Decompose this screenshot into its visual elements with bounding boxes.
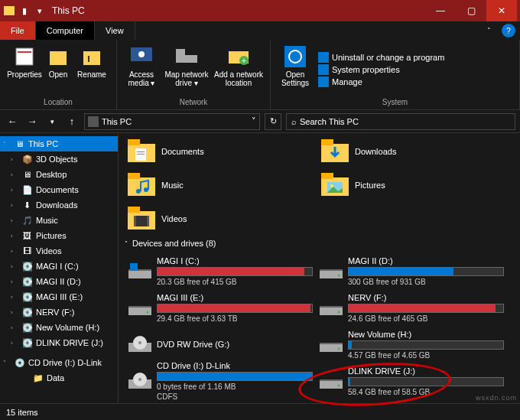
breadcrumb-text: This PC bbox=[102, 117, 132, 126]
drive-free: 20.3 GB free of 415 GB bbox=[157, 278, 313, 286]
folder-label: Downloads bbox=[355, 147, 396, 156]
qat-dropdown-icon[interactable]: ▾ bbox=[34, 5, 46, 17]
svg-rect-31 bbox=[128, 207, 140, 213]
sidebar-item[interactable]: ›📄Documents bbox=[0, 182, 118, 197]
refresh-button[interactable]: ↻ bbox=[265, 113, 281, 130]
sidebar-item[interactable]: ›💽MAGI II (D:) bbox=[0, 274, 118, 289]
drive-free: 29.4 GB free of 3.63 TB bbox=[157, 314, 313, 323]
chevron-down-icon[interactable]: ˅ bbox=[252, 116, 256, 126]
maximize-button[interactable]: ▢ bbox=[456, 0, 486, 21]
drive-free: 24.6 GB free of 465 GB bbox=[348, 314, 504, 323]
properties-button[interactable]: Properties bbox=[6, 43, 43, 96]
manage-button[interactable]: Manage bbox=[318, 77, 444, 87]
sidebar-item[interactable]: ›🎞Videos bbox=[0, 243, 118, 259]
drive-item[interactable]: MAGI III (E:)29.4 GB free of 3.63 TB bbox=[125, 289, 316, 326]
drive-name: MAGI III (E:) bbox=[157, 293, 313, 302]
cd-icon: 💿 bbox=[14, 357, 25, 369]
drive-free: 300 GB free of 931 GB bbox=[348, 278, 504, 286]
svg-rect-16 bbox=[128, 139, 140, 145]
folder-item[interactable]: Music bbox=[125, 170, 312, 200]
breadcrumb[interactable]: This PC ˅ bbox=[84, 113, 260, 130]
drive-item[interactable]: NERV (F:)24.6 GB free of 465 GB bbox=[316, 289, 507, 326]
svg-point-52 bbox=[338, 348, 340, 350]
svg-rect-19 bbox=[137, 154, 145, 155]
tab-file[interactable]: File bbox=[0, 21, 36, 40]
folder-item[interactable]: Pictures bbox=[318, 170, 505, 200]
sidebar-item[interactable]: ›💽New Volume (H:) bbox=[0, 320, 118, 335]
sidebar-item[interactable]: ›🖼Pictures bbox=[0, 228, 118, 243]
drive-icon bbox=[319, 297, 343, 318]
qat-divider-icon: ▮ bbox=[18, 5, 31, 17]
item-icon: 📦 bbox=[21, 154, 33, 165]
up-button[interactable]: ↑ bbox=[64, 114, 80, 129]
svg-rect-2 bbox=[18, 51, 31, 53]
pc-icon: 🖥 bbox=[14, 138, 25, 150]
recent-button[interactable]: ▾ bbox=[44, 114, 60, 129]
system-properties-button[interactable]: System properties bbox=[318, 64, 444, 75]
map-drive-button[interactable]: Map network drive ▾ bbox=[161, 43, 212, 96]
item-icon: 🖼 bbox=[21, 230, 33, 242]
drive-item[interactable]: CD Drive (I:) D-Link0 bytes free of 1.16… bbox=[125, 363, 316, 399]
sidebar: ˅🖥This PC ›📦3D Objects›🖥Desktop›📄Documen… bbox=[0, 133, 119, 403]
item-icon: 💽 bbox=[21, 337, 33, 349]
uninstall-button[interactable]: Uninstall or change a program bbox=[318, 52, 444, 63]
section-devices[interactable]: ˅Devices and drives (8) bbox=[125, 239, 514, 248]
svg-point-7 bbox=[138, 51, 145, 57]
drive-item[interactable]: MAGI II (D:)300 GB free of 931 GB bbox=[316, 252, 507, 289]
back-button[interactable]: ← bbox=[5, 114, 20, 129]
sidebar-item[interactable]: ›💽DLINK DRIVE (J:) bbox=[0, 335, 118, 350]
folder-icon: 📁 bbox=[32, 373, 44, 384]
folder-icon bbox=[128, 207, 155, 231]
folder-label: Pictures bbox=[355, 181, 385, 190]
drive-icon bbox=[319, 260, 343, 282]
drive-usage-bar bbox=[348, 304, 504, 313]
access-media-button[interactable]: Access media ▾ bbox=[123, 43, 160, 96]
rename-button[interactable]: Rename bbox=[73, 43, 110, 96]
sidebar-item-thispc[interactable]: ˅🖥This PC bbox=[0, 136, 118, 151]
svg-text:+: + bbox=[242, 56, 246, 65]
close-button[interactable]: ✕ bbox=[486, 0, 517, 21]
item-icon: 📄 bbox=[21, 184, 33, 196]
folder-item[interactable]: Videos bbox=[125, 203, 312, 234]
svg-rect-45 bbox=[320, 306, 343, 308]
ribbon-collapse-icon[interactable]: ˄ bbox=[487, 27, 491, 34]
folder-label: Documents bbox=[161, 147, 204, 156]
open-button[interactable]: Open bbox=[44, 43, 72, 96]
sidebar-item[interactable]: ›💽NERV (F:) bbox=[0, 304, 118, 320]
sidebar-item[interactable]: ›⬇Downloads bbox=[0, 197, 118, 213]
drive-item[interactable]: DVD RW Drive (G:) bbox=[125, 326, 316, 363]
drive-item[interactable]: New Volume (H:)4.57 GB free of 4.65 GB bbox=[316, 326, 507, 363]
folder-icon bbox=[3, 5, 15, 17]
ribbon: Properties Open Rename Location Access m… bbox=[0, 40, 520, 110]
item-icon: 🖥 bbox=[21, 169, 33, 181]
search-input[interactable]: ⌕ Search This PC bbox=[286, 113, 515, 130]
folder-icon bbox=[321, 139, 349, 164]
drive-name: DVD RW Drive (G:) bbox=[157, 340, 313, 349]
tab-view[interactable]: View bbox=[95, 21, 135, 40]
svg-point-58 bbox=[338, 385, 340, 387]
svg-rect-13 bbox=[284, 46, 306, 67]
drive-item[interactable]: MAGI I (C:)20.3 GB free of 415 GB bbox=[125, 252, 316, 289]
tab-computer[interactable]: Computer bbox=[36, 21, 95, 40]
folder-item[interactable]: Downloads bbox=[318, 136, 505, 167]
drive-usage-bar bbox=[348, 340, 504, 350]
search-placeholder: Search This PC bbox=[300, 117, 359, 126]
item-icon: 💽 bbox=[21, 322, 33, 334]
folder-item[interactable]: Documents bbox=[125, 136, 312, 167]
add-location-button[interactable]: +Add a network location bbox=[213, 43, 264, 96]
svg-rect-0 bbox=[4, 6, 15, 15]
sidebar-item[interactable]: ›💽MAGI III (E:) bbox=[0, 289, 118, 304]
open-settings-button[interactable]: Open Settings bbox=[277, 43, 314, 96]
sidebar-item[interactable]: ›🖥Desktop bbox=[0, 167, 118, 182]
sidebar-item-cddrive[interactable]: ˅💿CD Drive (I:) D-Link bbox=[0, 355, 118, 370]
minimize-button[interactable]: — bbox=[425, 0, 456, 21]
item-icon: 🎵 bbox=[21, 215, 33, 226]
forward-button[interactable]: → bbox=[24, 114, 40, 129]
drive-icon bbox=[319, 370, 343, 392]
help-button[interactable]: ? bbox=[502, 24, 515, 37]
pc-icon bbox=[88, 116, 99, 127]
sidebar-item-data[interactable]: 📁Data bbox=[0, 370, 118, 386]
sidebar-item[interactable]: ›📦3D Objects bbox=[0, 151, 118, 167]
sidebar-item[interactable]: ›🎵Music bbox=[0, 213, 118, 228]
sidebar-item[interactable]: ›💽MAGI I (C:) bbox=[0, 259, 118, 274]
